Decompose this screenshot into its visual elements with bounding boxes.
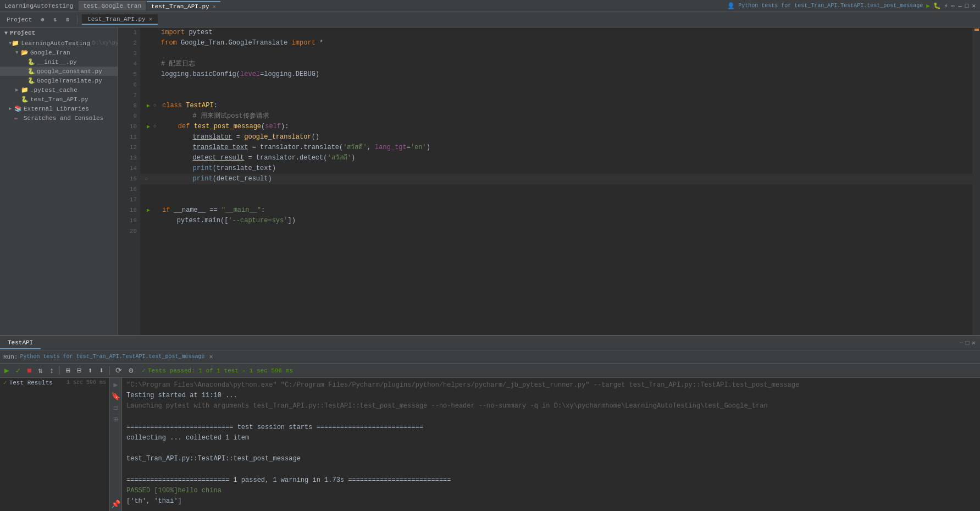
structure-icon[interactable]: ⊟ [113, 403, 118, 413]
editor-area: 1 2 3 4 5 6 7 8 9 10 11 12 13 14 15 16 1… [118, 28, 980, 335]
run-output-area: ▶ 🔖 ⊟ ⊞ 📌 "C:\Program Files\Anaconda\pyt… [110, 378, 980, 511]
maximize-icon[interactable]: □ [965, 3, 969, 9]
test-tree-panel: ✓ Test Results 1 sec 596 ms [0, 378, 110, 511]
code-line-1: import pytest [140, 28, 972, 38]
run-method-btn[interactable]: ▶ [145, 122, 152, 132]
tab-close-icon[interactable]: ✕ [213, 3, 216, 10]
scratches-icon: ✏ [14, 114, 22, 122]
run-settings-btn[interactable]: ⚙ [126, 365, 135, 376]
check-icon: ✓ [142, 367, 146, 374]
sync-btn[interactable]: ⇅ [50, 15, 60, 24]
minimize-icon[interactable]: — [958, 3, 962, 9]
expand-panel-icon[interactable]: □ [966, 339, 970, 347]
run-collapse-btn[interactable]: ⊟ [75, 365, 84, 376]
output-line-4: collecting ... collected 1 item [126, 433, 976, 443]
code-line-15: ○ print(detect_result) [140, 174, 972, 184]
code-line-17 [140, 195, 972, 205]
code-line-10: ▶ ○ def test_post_message(self): [140, 122, 972, 132]
code-line-2: from Google_Tran.GoogleTranslate import … [140, 38, 972, 48]
test-results-label: Test Results [9, 380, 53, 386]
minimize-panel-icon[interactable]: — [959, 339, 963, 347]
output-line-5: test_Tran_API.py::TestAPI::test_post_mes… [126, 454, 976, 464]
test-check-icon: ✓ [3, 379, 7, 386]
external-libs-icon: 📚 [14, 105, 22, 112]
output-line-7: PASSED [100%]hello china [126, 486, 976, 496]
run-export-btn[interactable]: ⬆ [86, 365, 95, 376]
gutter-marker [975, 29, 979, 31]
add-btn[interactable]: ⊕ [37, 15, 48, 24]
separator [77, 15, 77, 24]
top-right-controls: 👤 Python tests for test_Tran_API.TestAPI… [727, 2, 976, 9]
test-results-tree-root[interactable]: ✓ Test Results 1 sec 596 ms [0, 378, 109, 387]
run-output: "C:\Program Files\Anaconda\python.exe" "… [122, 378, 980, 511]
sidebar-item-google-tran[interactable]: ▼ 📂 Google_Tran [0, 48, 118, 57]
run-history-btn[interactable]: ⟳ [113, 365, 124, 376]
pin-icon[interactable]: 📌 [111, 499, 120, 509]
file-tab-active[interactable]: test_Tran_API.py ✕ [82, 14, 158, 25]
output-line-6: ========================== 1 passed, 1 w… [126, 475, 976, 486]
folder-icon: 📁 [21, 86, 29, 94]
folder-arrow-icon: ▼ [15, 50, 21, 56]
run-icon[interactable]: ▶ [926, 2, 930, 9]
file-tab-close[interactable]: ✕ [149, 15, 153, 23]
close-icon[interactable]: ✕ [972, 2, 976, 9]
project-btn[interactable]: Project [3, 15, 35, 24]
output-blank-3 [126, 465, 976, 475]
code-line-9: # 用来测试post传参请求 [140, 111, 972, 122]
code-line-4: # 配置日志 [140, 59, 972, 69]
more-icon[interactable]: ⋯ [951, 2, 955, 9]
run-tab-close[interactable]: ✕ [209, 353, 213, 361]
user-icon[interactable]: 👤 [727, 2, 735, 9]
output-line-1: Testing started at 11:10 ... [126, 391, 976, 401]
folder-arrow-icon: ▶ [15, 87, 21, 93]
bottom-tab-testapi[interactable]: TestAPI [0, 337, 41, 349]
code-line-7 [140, 90, 972, 101]
debug-icon[interactable]: 🐛 [933, 2, 941, 9]
run-filter-btn[interactable]: ⇅ [36, 365, 45, 376]
output-line-2: Launching pytest with arguments test_Tra… [126, 401, 976, 411]
sidebar-item-googletranslate[interactable]: 🐍 GoogleTranslate.py [0, 76, 118, 85]
py-icon: 🐍 [27, 58, 35, 65]
sidebar-item-test-tran-api[interactable]: 🐍 test_Tran_API.py [0, 95, 118, 104]
output-line-cmd: "C:\Program Files\Anaconda\python.exe" "… [126, 380, 976, 391]
run-class-btn[interactable]: ▶ [145, 101, 152, 111]
bookmark-icon[interactable]: 🔖 [111, 392, 120, 401]
sidebar-item-google-constant[interactable]: 🐍 google_constant.py [0, 67, 118, 76]
run-import-btn[interactable]: ⬇ [97, 365, 106, 376]
sidebar-project-label: Project [10, 30, 35, 36]
output-line-8: ['th', 'thai'] [126, 496, 976, 507]
settings-btn[interactable]: ⚙ [62, 15, 73, 24]
title-bar: LearningAutoTesting test_Google_tran tes… [0, 0, 980, 12]
run-rerun-btn[interactable]: ✓ [13, 365, 22, 376]
run-stop-btn[interactable]: ■ [25, 365, 34, 376]
run-play-btn[interactable]: ▶ [2, 365, 11, 376]
code-editor[interactable]: import pytest from Google_Tran.GoogleTra… [140, 28, 972, 335]
tab-test-tran-api[interactable]: test_Tran_API.py ✕ [147, 1, 220, 11]
sidebar-item-init[interactable]: 🐍 __init__.py [0, 57, 118, 67]
code-line-11: translator = google_translator() [140, 132, 972, 142]
run-sort-btn[interactable]: ↕ [47, 365, 56, 376]
run-main-btn[interactable]: ▶ [145, 205, 152, 216]
hierarchy-icon[interactable]: ⊞ [113, 415, 118, 424]
sidebar-project-header: ▼ Project [0, 28, 118, 39]
code-line-13: detect_result = translator.detect('สวัสด… [140, 153, 972, 163]
code-line-20 [140, 226, 972, 237]
run-icon-side[interactable]: ▶ [113, 380, 118, 389]
close-panel-icon[interactable]: ✕ [972, 339, 976, 347]
folder-icon: 📁 [12, 40, 19, 47]
test-status: ✓ Tests passed: 1 of 1 test – 1 sec 596 … [142, 367, 293, 374]
code-line-12: translate_text = translator.translate('ส… [140, 142, 972, 153]
tab-test-google[interactable]: test_Google_tran [79, 1, 146, 10]
py-icon: 🐍 [27, 68, 35, 75]
sidebar-item-root[interactable]: ▼ 📁 LearningAutoTesting D:\xy\pyc... [0, 39, 118, 48]
run-expand-btn[interactable]: ⊞ [63, 365, 72, 376]
main-content: ▼ Project ▼ 📁 LearningAutoTesting D:\xy\… [0, 28, 980, 335]
sidebar-item-scratches[interactable]: ✏ Scratches and Consoles [0, 113, 118, 123]
code-line-8: ▶ ○ class TestAPI: [140, 101, 972, 111]
code-line-3 [140, 48, 972, 59]
project-expand-arrow[interactable]: ▼ [4, 30, 8, 36]
coverage-icon[interactable]: ⚡ [944, 2, 948, 9]
folder-arrow-icon: ▶ [9, 106, 14, 112]
sidebar-item-pytest-cache[interactable]: ▶ 📁 .pytest_cache [0, 85, 118, 95]
sidebar-item-external-libraries[interactable]: ▶ 📚 External Libraries [0, 104, 118, 113]
